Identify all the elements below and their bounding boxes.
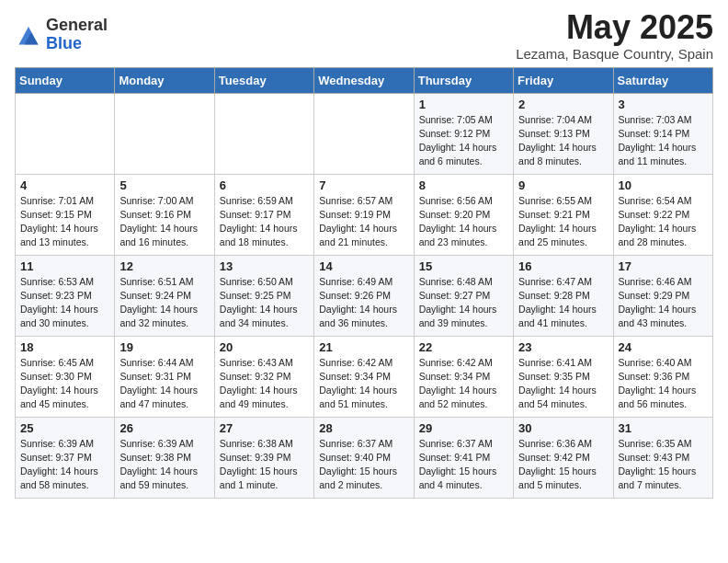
day-info: Sunrise: 6:50 AM Sunset: 9:25 PM Dayligh… (220, 275, 309, 331)
calendar-cell: 26Sunrise: 6:39 AM Sunset: 9:38 PM Dayli… (115, 417, 214, 498)
day-info: Sunrise: 6:39 AM Sunset: 9:37 PM Dayligh… (20, 437, 109, 493)
day-number: 5 (119, 178, 209, 192)
day-info: Sunrise: 7:04 AM Sunset: 9:13 PM Dayligh… (518, 113, 608, 169)
day-info: Sunrise: 6:37 AM Sunset: 9:40 PM Dayligh… (319, 437, 408, 493)
calendar-cell: 24Sunrise: 6:40 AM Sunset: 9:36 PM Dayli… (613, 336, 712, 417)
calendar-week-3: 11Sunrise: 6:53 AM Sunset: 9:23 PM Dayli… (16, 255, 713, 336)
day-number: 11 (20, 259, 109, 273)
day-number: 18 (20, 340, 109, 354)
day-info: Sunrise: 6:40 AM Sunset: 9:36 PM Dayligh… (619, 356, 708, 412)
calendar-week-4: 18Sunrise: 6:45 AM Sunset: 9:30 PM Dayli… (16, 336, 713, 417)
day-number: 28 (319, 421, 408, 435)
day-number: 13 (220, 259, 309, 273)
calendar-cell: 5Sunrise: 7:00 AM Sunset: 9:16 PM Daylig… (115, 174, 214, 255)
day-number: 7 (319, 178, 408, 192)
logo-text: General Blue (46, 17, 108, 53)
day-info: Sunrise: 6:36 AM Sunset: 9:42 PM Dayligh… (518, 437, 608, 493)
calendar-cell: 17Sunrise: 6:46 AM Sunset: 9:29 PM Dayli… (613, 255, 712, 336)
day-info: Sunrise: 6:41 AM Sunset: 9:35 PM Dayligh… (518, 356, 608, 412)
calendar-cell: 30Sunrise: 6:36 AM Sunset: 9:42 PM Dayli… (514, 417, 613, 498)
calendar-cell: 11Sunrise: 6:53 AM Sunset: 9:23 PM Dayli… (16, 255, 115, 336)
calendar-cell: 9Sunrise: 6:55 AM Sunset: 9:21 PM Daylig… (514, 174, 613, 255)
day-info: Sunrise: 6:42 AM Sunset: 9:34 PM Dayligh… (419, 356, 508, 412)
calendar-cell: 13Sunrise: 6:50 AM Sunset: 9:25 PM Dayli… (214, 255, 313, 336)
day-number: 9 (518, 178, 608, 192)
logo-icon (15, 21, 42, 49)
header-wednesday: Wednesday (314, 67, 414, 93)
day-number: 19 (119, 340, 209, 354)
day-number: 15 (419, 259, 508, 273)
calendar-cell: 25Sunrise: 6:39 AM Sunset: 9:37 PM Dayli… (16, 417, 115, 498)
calendar-cell: 3Sunrise: 7:03 AM Sunset: 9:14 PM Daylig… (613, 93, 712, 174)
calendar-cell: 12Sunrise: 6:51 AM Sunset: 9:24 PM Dayli… (115, 255, 214, 336)
day-number: 26 (119, 421, 209, 435)
calendar-cell: 23Sunrise: 6:41 AM Sunset: 9:35 PM Dayli… (514, 336, 613, 417)
day-info: Sunrise: 6:46 AM Sunset: 9:29 PM Dayligh… (619, 275, 708, 331)
day-info: Sunrise: 6:45 AM Sunset: 9:30 PM Dayligh… (20, 356, 109, 412)
day-number: 30 (518, 421, 608, 435)
calendar-cell: 2Sunrise: 7:04 AM Sunset: 9:13 PM Daylig… (514, 93, 613, 174)
calendar-cell: 28Sunrise: 6:37 AM Sunset: 9:40 PM Dayli… (314, 417, 414, 498)
day-info: Sunrise: 6:39 AM Sunset: 9:38 PM Dayligh… (119, 437, 209, 493)
day-number: 16 (518, 259, 608, 273)
logo: General Blue (15, 17, 108, 53)
logo-general: General (46, 17, 108, 35)
header-monday: Monday (115, 67, 214, 93)
title-location: Lezama, Basque Country, Spain (516, 46, 713, 62)
calendar-cell: 10Sunrise: 6:54 AM Sunset: 9:22 PM Dayli… (613, 174, 712, 255)
day-info: Sunrise: 6:54 AM Sunset: 9:22 PM Dayligh… (619, 194, 708, 250)
day-number: 29 (419, 421, 508, 435)
calendar-week-1: 1Sunrise: 7:05 AM Sunset: 9:12 PM Daylig… (16, 93, 713, 174)
calendar-cell: 29Sunrise: 6:37 AM Sunset: 9:41 PM Dayli… (414, 417, 513, 498)
day-number: 4 (20, 178, 109, 192)
calendar-cell: 6Sunrise: 6:59 AM Sunset: 9:17 PM Daylig… (214, 174, 313, 255)
day-number: 23 (518, 340, 608, 354)
day-info: Sunrise: 6:53 AM Sunset: 9:23 PM Dayligh… (20, 275, 109, 331)
day-info: Sunrise: 6:44 AM Sunset: 9:31 PM Dayligh… (119, 356, 209, 412)
day-info: Sunrise: 6:49 AM Sunset: 9:26 PM Dayligh… (319, 275, 408, 331)
day-number: 10 (619, 178, 708, 192)
calendar-table: SundayMondayTuesdayWednesdayThursdayFrid… (15, 67, 713, 499)
day-number: 31 (619, 421, 708, 435)
calendar-week-5: 25Sunrise: 6:39 AM Sunset: 9:37 PM Dayli… (16, 417, 713, 498)
day-info: Sunrise: 7:03 AM Sunset: 9:14 PM Dayligh… (619, 113, 708, 169)
calendar-cell: 7Sunrise: 6:57 AM Sunset: 9:19 PM Daylig… (314, 174, 414, 255)
day-info: Sunrise: 7:05 AM Sunset: 9:12 PM Dayligh… (419, 113, 508, 169)
day-info: Sunrise: 6:55 AM Sunset: 9:21 PM Dayligh… (518, 194, 608, 250)
day-info: Sunrise: 7:00 AM Sunset: 9:16 PM Dayligh… (119, 194, 209, 250)
day-info: Sunrise: 7:01 AM Sunset: 9:15 PM Dayligh… (20, 194, 109, 250)
day-info: Sunrise: 6:56 AM Sunset: 9:20 PM Dayligh… (419, 194, 508, 250)
day-info: Sunrise: 6:59 AM Sunset: 9:17 PM Dayligh… (220, 194, 309, 250)
day-info: Sunrise: 6:35 AM Sunset: 9:43 PM Dayligh… (619, 437, 708, 493)
calendar-cell: 15Sunrise: 6:48 AM Sunset: 9:27 PM Dayli… (414, 255, 513, 336)
header-tuesday: Tuesday (214, 67, 313, 93)
day-number: 2 (518, 98, 608, 111)
calendar-cell: 18Sunrise: 6:45 AM Sunset: 9:30 PM Dayli… (16, 336, 115, 417)
calendar-cell: 1Sunrise: 7:05 AM Sunset: 9:12 PM Daylig… (414, 93, 513, 174)
calendar-cell (214, 93, 313, 174)
calendar-cell: 31Sunrise: 6:35 AM Sunset: 9:43 PM Dayli… (613, 417, 712, 498)
calendar-cell: 22Sunrise: 6:42 AM Sunset: 9:34 PM Dayli… (414, 336, 513, 417)
day-number: 25 (20, 421, 109, 435)
calendar-week-2: 4Sunrise: 7:01 AM Sunset: 9:15 PM Daylig… (16, 174, 713, 255)
calendar-cell (115, 93, 214, 174)
header-saturday: Saturday (613, 67, 712, 93)
day-number: 8 (419, 178, 508, 192)
calendar-cell: 27Sunrise: 6:38 AM Sunset: 9:39 PM Dayli… (214, 417, 313, 498)
day-info: Sunrise: 6:43 AM Sunset: 9:32 PM Dayligh… (220, 356, 309, 412)
day-info: Sunrise: 6:48 AM Sunset: 9:27 PM Dayligh… (419, 275, 508, 331)
logo-blue: Blue (46, 35, 108, 53)
day-number: 27 (220, 421, 309, 435)
day-number: 3 (619, 98, 708, 111)
day-number: 6 (220, 178, 309, 192)
day-info: Sunrise: 6:42 AM Sunset: 9:34 PM Dayligh… (319, 356, 408, 412)
calendar-cell: 21Sunrise: 6:42 AM Sunset: 9:34 PM Dayli… (314, 336, 414, 417)
header-friday: Friday (514, 67, 613, 93)
day-info: Sunrise: 6:57 AM Sunset: 9:19 PM Dayligh… (319, 194, 408, 250)
day-number: 17 (619, 259, 708, 273)
calendar-cell: 16Sunrise: 6:47 AM Sunset: 9:28 PM Dayli… (514, 255, 613, 336)
day-info: Sunrise: 6:38 AM Sunset: 9:39 PM Dayligh… (220, 437, 309, 493)
day-number: 21 (319, 340, 408, 354)
header-sunday: Sunday (16, 67, 115, 93)
calendar-cell: 20Sunrise: 6:43 AM Sunset: 9:32 PM Dayli… (214, 336, 313, 417)
